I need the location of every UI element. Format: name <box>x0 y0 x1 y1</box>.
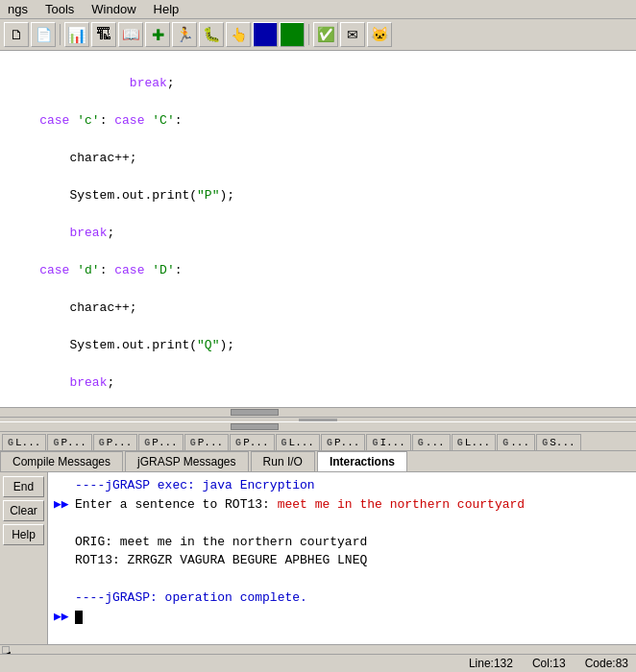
splitter-handle <box>299 419 337 421</box>
console-prefix-5 <box>54 588 75 608</box>
file-tab-8[interactable]: G I... <box>366 434 410 450</box>
console-line-1: ----jGRASP exec: java Encryption <box>54 476 630 495</box>
editor-scroll-area[interactable]: break; case 'c': case 'C': charac++; Sys… <box>0 51 636 407</box>
console-line-cursor: ▶▶ <box>54 608 630 627</box>
open-file-button[interactable]: 📄 <box>31 22 56 47</box>
debug-button[interactable]: 🐛 <box>199 22 224 47</box>
file-tab-label-8: I... <box>379 437 404 448</box>
console-prefix-4 <box>54 551 75 570</box>
menu-help[interactable]: Help <box>150 2 183 16</box>
tab-interactions[interactable]: Interactions <box>317 451 407 471</box>
console-rot13-text: ROT13: ZRRGZR VAGURA BEGURE APBHEG LNEQ <box>75 551 367 570</box>
file-tab-icon-10: G <box>457 438 463 448</box>
file-tab-1[interactable]: G P... <box>47 434 91 450</box>
console-prompt-label: Enter a sentence to ROT13: <box>75 497 278 512</box>
console-blank-1 <box>54 514 630 533</box>
file-tab-label-4: P... <box>198 437 223 448</box>
add-button[interactable]: ✚ <box>145 22 170 47</box>
editor-scroll-thumb[interactable] <box>231 409 279 416</box>
bar-chart-button[interactable]: 📊 <box>64 22 89 47</box>
tab-compile-messages[interactable]: Compile Messages <box>0 451 123 471</box>
file-tab-10[interactable]: G L... <box>452 434 496 450</box>
tab-run-io[interactable]: Run I/O <box>251 451 315 471</box>
end-button[interactable]: End <box>3 476 44 497</box>
console-blank-2 <box>54 570 630 589</box>
envelope-button[interactable]: ✉ <box>340 22 365 47</box>
console-line-2: ▶▶ Enter a sentence to ROT13: meet me in… <box>54 495 630 515</box>
file-tab-icon-7: G <box>327 438 332 448</box>
scroll-left-button[interactable]: ◀ <box>2 646 10 654</box>
file-tab-7[interactable]: G P... <box>321 434 365 450</box>
run-person-button[interactable]: 🏃 <box>172 22 197 47</box>
file-tab-icon-12: G <box>542 438 548 448</box>
blue-rect-button[interactable] <box>253 22 278 47</box>
cursor-blink <box>75 611 83 624</box>
console-cursor-text <box>75 608 83 627</box>
file-tab-3[interactable]: G P... <box>138 434 183 450</box>
bottom-section: G L... G P... G P... G P... G P... G P..… <box>0 422 636 672</box>
console-output[interactable]: ----jGRASP exec: java Encryption ▶▶ Ente… <box>48 472 636 644</box>
file-tab-label-3: P... <box>152 437 177 448</box>
toolbar-sep-2 <box>308 24 309 45</box>
console-prefix-cursor: ▶▶ <box>54 608 75 627</box>
file-tab-icon-6: G <box>281 438 287 448</box>
file-tab-label-2: P... <box>107 437 132 448</box>
new-file-button[interactable]: 🗋 <box>4 22 29 47</box>
file-tab-label-9: ... <box>426 437 445 448</box>
editor-section: break; case 'c': case 'C': charac++; Sys… <box>0 51 636 417</box>
menu-tools[interactable]: Tools <box>41 2 78 16</box>
menu-ngs[interactable]: ngs <box>4 2 32 16</box>
console-line-complete: ----jGRASP: operation complete. <box>54 588 630 608</box>
main-layout: ngs Tools Window Help 🗋 📄 📊 🏗 📖 ✚ 🏃 🐛 👆 … <box>0 0 636 672</box>
file-tab-6[interactable]: G L... <box>276 434 320 450</box>
editor-hscrollbar[interactable] <box>0 407 636 417</box>
file-tab-icon-5: G <box>235 438 241 448</box>
file-tab-icon-1: G <box>53 438 59 448</box>
file-tab-icon-2: G <box>99 438 105 448</box>
bottom-scroll-thumb[interactable] <box>231 423 279 430</box>
inspect-button[interactable]: 👆 <box>226 22 251 47</box>
menu-window[interactable]: Window <box>87 2 139 16</box>
toolbar: 🗋 📄 📊 🏗 📖 ✚ 🏃 🐛 👆 ✅ ✉ 🐱 <box>0 19 636 51</box>
status-col: Col:13 <box>532 657 566 670</box>
console-wrapper: End Clear Help ----jGRASP exec: java Enc… <box>0 472 636 644</box>
book-button[interactable]: 📖 <box>118 22 143 47</box>
file-tab-label-7: P... <box>334 437 359 448</box>
tab-jgrasp-messages[interactable]: jGRASP Messages <box>125 451 249 471</box>
code-editor[interactable]: break; case 'c': case 'C': charac++; Sys… <box>0 51 636 407</box>
msg-tabs-bar: Compile Messages jGRASP Messages Run I/O… <box>0 451 636 472</box>
file-tab-2[interactable]: G P... <box>93 434 137 450</box>
console-line-rot13: ROT13: ZRRGZR VAGURA BEGURE APBHEG LNEQ <box>54 551 630 570</box>
toolbar-sep-1 <box>60 24 61 45</box>
file-tab-0[interactable]: G L... <box>2 434 46 450</box>
console-input-text: meet me in the northern courtyard <box>278 497 525 512</box>
file-tab-5[interactable]: G P... <box>230 434 274 450</box>
file-tab-label-0: L... <box>15 437 40 448</box>
clear-button[interactable]: Clear <box>3 500 44 521</box>
status-code: Code:83 <box>585 657 628 670</box>
file-tab-icon-9: G <box>418 438 424 448</box>
file-tabs-bar: G L... G P... G P... G P... G P... G P..… <box>0 432 636 451</box>
file-tab-12[interactable]: G S... <box>536 434 580 450</box>
help-button[interactable]: Help <box>3 524 44 545</box>
file-tab-11[interactable]: G ... <box>497 434 535 450</box>
class-diagram-button[interactable]: 🏗 <box>91 22 116 47</box>
hscroll-track[interactable] <box>12 646 636 653</box>
cat-button[interactable]: 🐱 <box>367 22 392 47</box>
bottom-hscrollbar[interactable] <box>0 422 636 432</box>
file-tab-label-1: P... <box>61 437 86 448</box>
file-tab-label-10: L... <box>465 437 490 448</box>
console-prefix-3 <box>54 533 75 552</box>
file-tab-label-5: P... <box>243 437 268 448</box>
file-tab-4[interactable]: G P... <box>184 434 229 450</box>
console-complete-text: ----jGRASP: operation complete. <box>75 588 307 608</box>
console-exec-text: ----jGRASP exec: java Encryption <box>75 476 315 495</box>
file-tab-9[interactable]: G ... <box>412 434 451 450</box>
file-tab-label-11: ... <box>510 437 529 448</box>
file-tab-label-6: L... <box>289 437 314 448</box>
console-hscrollbar[interactable]: ◀ <box>0 644 636 654</box>
green-rect-button[interactable] <box>280 22 305 47</box>
check-button[interactable]: ✅ <box>313 22 338 47</box>
console-orig-text: ORIG: meet me in the northern courtyard <box>75 533 367 552</box>
file-tab-icon-8: G <box>372 438 378 448</box>
